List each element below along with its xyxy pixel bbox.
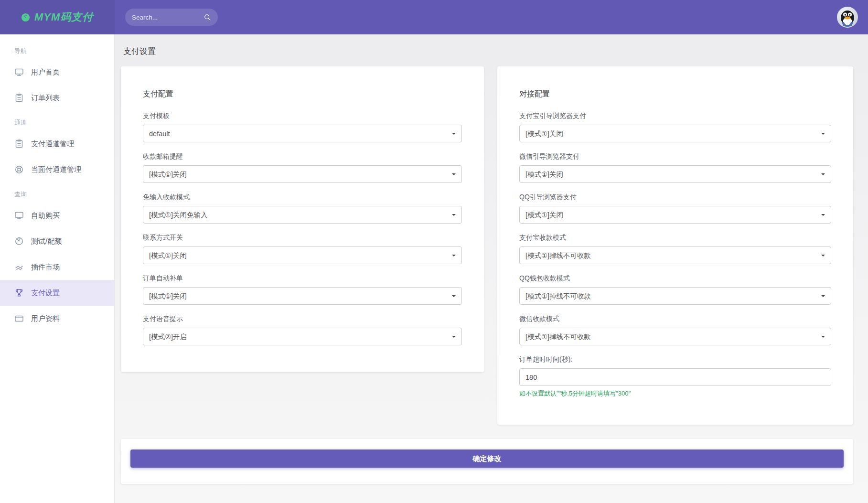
field-label: 免输入收款模式: [143, 193, 462, 202]
sidebar-item-payment-channel[interactable]: 支付通道管理: [0, 131, 114, 157]
sidebar-section-channel: 通道: [0, 111, 114, 131]
clipboard-icon: [14, 139, 24, 149]
timeout-helper-text: 如不设置默认""秒,5分钟超时请填写"300": [519, 389, 831, 398]
field-label: 支付模板: [143, 112, 462, 120]
sidebar-item-test-quota[interactable]: 测试/配额: [0, 228, 114, 254]
sidebar-item-plugin-market[interactable]: 插件市场: [0, 254, 114, 280]
select-wrapper: [模式①]掉线不可收款: [519, 287, 831, 305]
field-email-reminder: 收款邮箱提醒 [模式①]关闭: [143, 152, 462, 183]
email-reminder-select[interactable]: [模式①]关闭: [143, 165, 462, 183]
select-wrapper: [模式①]关闭: [143, 246, 462, 264]
select-wrapper: [模式②]开启: [143, 328, 462, 345]
field-alipay-browser: 支付宝引导浏览器支付 [模式①]关闭: [519, 112, 831, 142]
monitor-icon: [14, 67, 24, 77]
field-label: 微信收款模式: [519, 315, 831, 323]
field-label: QQ引导浏览器支付: [519, 193, 831, 202]
wechat-browser-select[interactable]: [模式①]关闭: [519, 165, 831, 183]
alipay-collect-select[interactable]: [模式①]掉线不可收款: [519, 246, 831, 264]
payment-template-select[interactable]: default: [143, 125, 462, 142]
clipboard-icon: [14, 93, 24, 103]
field-label: 支付语音提示: [143, 315, 462, 323]
top-header: MYM码支付: [0, 0, 868, 34]
sidebar-item-user-home[interactable]: 用户首页: [0, 59, 114, 85]
page-title: 支付设置: [123, 46, 853, 57]
timeout-input[interactable]: [519, 368, 831, 386]
select-wrapper: [模式①]掉线不可收款: [519, 246, 831, 264]
sidebar-section-query: 查询: [0, 182, 114, 203]
sidebar-item-label: 订单列表: [31, 94, 60, 103]
docking-config-title: 对接配置: [519, 89, 831, 99]
sidebar-item-label: 支付设置: [31, 289, 60, 298]
search-input[interactable]: [132, 14, 204, 21]
field-label: 收款邮箱提醒: [143, 152, 462, 161]
pie-chart-icon: [14, 236, 24, 246]
select-wrapper: [模式①]关闭: [143, 287, 462, 305]
field-label: 订单超时时间(秒):: [519, 355, 831, 364]
trophy-icon: [14, 288, 24, 298]
select-wrapper: default: [143, 125, 462, 142]
alipay-browser-select[interactable]: [模式①]关闭: [519, 125, 831, 142]
auto-reorder-select[interactable]: [模式①]关闭: [143, 287, 462, 305]
brand-logo[interactable]: MYM码支付: [0, 0, 115, 34]
field-label: 支付宝引导浏览器支付: [519, 112, 831, 120]
sidebar-item-label: 用户资料: [31, 314, 60, 323]
qq-browser-select[interactable]: [模式①]关闭: [519, 206, 831, 224]
select-wrapper: [模式①]关闭: [143, 165, 462, 183]
sidebar-item-label: 自助购买: [31, 211, 60, 220]
sidebar-nav: 导航 用户首页 订单列表 通道 支付通道管理 当面付通道管理: [0, 34, 115, 503]
select-wrapper: [模式①]掉线不可收款: [519, 328, 831, 345]
sidebar-item-self-purchase[interactable]: 自助购买: [0, 203, 114, 228]
monitor-icon: [14, 211, 24, 220]
field-label: 微信引导浏览器支付: [519, 152, 831, 161]
field-contact-switch: 联系方式开关 [模式①]关闭: [143, 234, 462, 264]
field-label: 订单自动补单: [143, 274, 462, 283]
field-order-timeout: 订单超时时间(秒): 如不设置默认""秒,5分钟超时请填写"300": [519, 355, 831, 398]
docking-config-card: 对接配置 支付宝引导浏览器支付 [模式①]关闭 微信引导浏览器支付 [模式①]关…: [497, 66, 853, 425]
sidebar-item-label: 测试/配额: [31, 237, 62, 246]
field-qq-browser: QQ引导浏览器支付 [模式①]关闭: [519, 193, 831, 224]
select-wrapper: [模式①]关闭: [519, 206, 831, 224]
field-alipay-collect: 支付宝收款模式 [模式①]掉线不可收款: [519, 234, 831, 264]
brand-title: MYM码支付: [34, 10, 93, 24]
submit-card: 确定修改: [121, 439, 853, 484]
voice-prompt-select[interactable]: [模式②]开启: [143, 328, 462, 345]
select-wrapper: [模式①]关闭免输入: [143, 206, 462, 224]
field-label: QQ钱包收款模式: [519, 274, 831, 283]
lifebuoy-icon: [14, 165, 24, 174]
main-content: 支付设置 支付配置 支付模板 default 收款邮箱提醒: [115, 34, 868, 503]
waves-icon: [14, 262, 24, 272]
sidebar-item-label: 当面付通道管理: [31, 165, 81, 174]
credit-card-icon: [14, 314, 24, 323]
search-icon[interactable]: [204, 13, 211, 21]
field-wechat-collect: 微信收款模式 [模式①]掉线不可收款: [519, 315, 831, 345]
select-wrapper: [模式①]关闭: [519, 165, 831, 183]
contact-switch-select[interactable]: [模式①]关闭: [143, 246, 462, 264]
sidebar-item-order-list[interactable]: 订单列表: [0, 85, 114, 111]
field-label: 支付宝收款模式: [519, 234, 831, 242]
select-wrapper: [模式①]关闭: [519, 125, 831, 142]
field-voice-prompt: 支付语音提示 [模式②]开启: [143, 315, 462, 345]
sidebar-item-user-profile[interactable]: 用户资料: [0, 306, 114, 332]
bowling-ball-logo-icon: [21, 13, 30, 22]
field-wechat-browser: 微信引导浏览器支付 [模式①]关闭: [519, 152, 831, 183]
search-bar: [125, 9, 218, 26]
no-input-mode-select[interactable]: [模式①]关闭免输入: [143, 206, 462, 224]
sidebar-item-label: 插件市场: [31, 263, 60, 272]
field-label: 联系方式开关: [143, 234, 462, 242]
field-no-input-mode: 免输入收款模式 [模式①]关闭免输入: [143, 193, 462, 224]
confirm-modify-button[interactable]: 确定修改: [130, 449, 844, 468]
sidebar-item-f2f-channel[interactable]: 当面付通道管理: [0, 157, 114, 182]
sidebar-item-label: 用户首页: [31, 68, 60, 77]
payment-config-card: 支付配置 支付模板 default 收款邮箱提醒 [模式①]关闭: [121, 66, 484, 372]
sidebar-section-nav: 导航: [0, 39, 114, 59]
user-avatar[interactable]: [836, 6, 858, 28]
field-auto-reorder: 订单自动补单 [模式①]关闭: [143, 274, 462, 305]
sidebar-item-label: 支付通道管理: [31, 139, 74, 149]
wechat-collect-select[interactable]: [模式①]掉线不可收款: [519, 328, 831, 345]
sidebar-item-payment-settings[interactable]: 支付设置: [0, 280, 114, 306]
payment-config-title: 支付配置: [143, 89, 462, 99]
qq-wallet-collect-select[interactable]: [模式①]掉线不可收款: [519, 287, 831, 305]
field-payment-template: 支付模板 default: [143, 112, 462, 142]
field-qq-wallet-collect: QQ钱包收款模式 [模式①]掉线不可收款: [519, 274, 831, 305]
